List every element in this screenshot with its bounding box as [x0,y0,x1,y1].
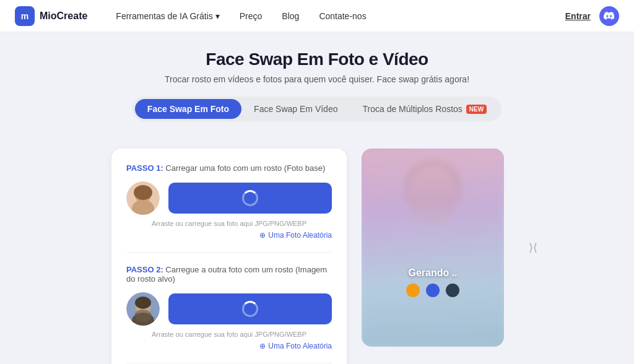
generating-label: Gerando .. [408,267,457,279]
upload-hint1: Arraste ou carregue sua foto aqui JPG/PN… [126,220,332,227]
logo-text: MioCreate [40,11,87,22]
plus-icon2: ⊕ [259,342,266,350]
tab-face-swap-video[interactable]: Face Swap Em Vídeo [241,99,350,119]
svg-point-6 [135,297,151,309]
step1-label: PASSO 1: Carregar uma foto com um rosto … [126,163,332,173]
nav-right: Entrar [565,6,619,26]
dot-blue [426,284,440,297]
upload-photo1-button[interactable] [168,183,332,214]
random-photo1-link[interactable]: ⊕ Uma Foto Aleatória [126,231,332,240]
nav-item-tools[interactable]: Ferramentas de IA Grátis ▾ [107,7,228,25]
logo-icon: m [15,6,35,26]
nav-item-blog[interactable]: Blog [273,7,308,25]
step-divider2 [126,363,332,363]
upload-hint2: Arraste ou carregue sua foto aqui JPG/PN… [126,331,332,338]
spinner-icon2 [242,301,258,317]
new-badge: NEW [466,105,487,114]
svg-point-2 [134,185,152,200]
nav-item-price[interactable]: Preço [231,7,271,25]
upload-photo2-button[interactable] [168,293,332,324]
hero-section: Face Swap Em Foto e Vídeo Trocar rosto e… [0,32,634,149]
page-title: Face Swap Em Foto e Vídeo [0,50,634,69]
nav-links: Ferramentas de IA Grátis ▾ Preço Blog Co… [107,7,565,25]
dot-dark [446,284,459,297]
plus-icon: ⊕ [259,231,266,240]
avatar-man [126,292,160,326]
loading-dots [406,284,459,297]
hero-subtitle: Trocar rosto em vídeos e fotos para quem… [0,74,634,84]
step2-row [126,292,332,326]
step2-section: PASSO 2: Carregue a outra foto com um ro… [126,265,332,350]
logo-area[interactable]: m MioCreate [15,6,87,26]
avatar-woman [126,181,160,215]
right-panel: Gerando .. ⟩⟨ [362,149,523,347]
navbar: m MioCreate Ferramentas de IA Grátis ▾ P… [0,0,634,32]
spinner-icon [242,190,258,206]
step2-label: PASSO 2: Carregue a outra foto com um ro… [126,265,332,284]
tab-multiple-faces[interactable]: Troca de Múltiplos Rostos NEW [350,99,499,119]
svg-point-8 [134,310,152,322]
login-button[interactable]: Entrar [565,11,591,21]
random-photo2-link[interactable]: ⊕ Uma Foto Aleatória [126,342,332,350]
tab-face-swap-photo[interactable]: Face Swap Em Foto [135,99,241,119]
nav-item-contact[interactable]: Contate-nos [310,7,375,25]
left-panel: PASSO 1: Carregar uma foto com um rosto … [111,149,347,364]
discord-button[interactable] [599,6,619,26]
step1-section: PASSO 1: Carregar uma foto com um rosto … [126,163,332,240]
main-content: PASSO 1: Carregar uma foto com um rosto … [0,149,634,364]
dropdown-arrow-icon: ▾ [215,11,220,21]
dot-orange [406,284,420,297]
preview-image: Gerando .. [362,149,504,347]
woman-figure [362,149,504,347]
scroll-indicator: ⟩⟨ [529,241,537,254]
tabs-container: Face Swap Em Foto Face Swap Em Vídeo Tro… [132,97,502,121]
step-divider1 [126,252,332,253]
step1-row [126,181,332,215]
